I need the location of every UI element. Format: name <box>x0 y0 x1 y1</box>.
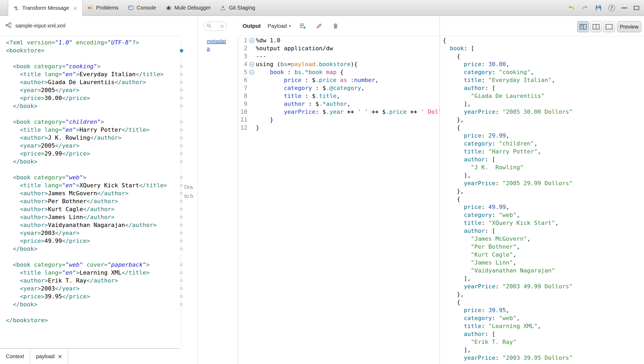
fold-collapse-icon[interactable]: − <box>247 37 256 44</box>
preview-line: author: [ <box>443 330 643 338</box>
mapping-anchor-dot[interactable] <box>180 279 183 282</box>
preview-output[interactable]: { book: [ { price: 30.00, category: "coo… <box>443 37 643 364</box>
mapping-anchor-dot[interactable] <box>180 200 183 203</box>
mapping-anchor-dot[interactable] <box>180 263 183 266</box>
xml-line: <author>James Linn</author> <box>6 213 178 221</box>
mapping-anchor-dot[interactable] <box>180 240 183 242</box>
mapping-anchor-dot[interactable] <box>180 129 183 131</box>
layout-single-button[interactable] <box>603 21 615 32</box>
fold-collapse-icon[interactable]: − <box>247 60 256 68</box>
mapping-anchor-dot[interactable] <box>180 176 183 179</box>
dw-line: 6 price : $.price as :number, <box>238 76 440 84</box>
xml-line: <title lang="en">Everyday Italian</title… <box>6 70 178 78</box>
add-output-button[interactable] <box>298 21 307 31</box>
tab-transform-message[interactable]: Transform Message × <box>8 0 83 16</box>
console-icon <box>128 5 134 11</box>
mapping-anchor-dot[interactable] <box>180 295 183 298</box>
mapping-anchor-dot[interactable] <box>180 184 183 187</box>
fold-collapse-icon[interactable]: − <box>247 68 256 76</box>
minimize-button[interactable] <box>621 7 627 8</box>
tab-label: Mule Debugger <box>175 5 211 11</box>
tab-problems[interactable]: Problems <box>83 0 123 16</box>
tab-close-icon[interactable]: × <box>58 353 62 360</box>
app-root: { "tab_bar": { "tabs": [ {"label": "Tran… <box>0 0 644 364</box>
xml-line: <price>29.99</price> <box>6 150 178 158</box>
preview-line: { <box>443 124 643 132</box>
help-button[interactable]: ? <box>608 4 615 11</box>
dw-line-text: } <box>256 124 259 132</box>
tab-close-icon[interactable]: × <box>73 5 78 11</box>
dataweave-editor[interactable]: 1−%dw 1.02%output application/dw3---4−us… <box>238 37 440 348</box>
payload-dropdown[interactable]: Payload ▾ <box>268 23 291 29</box>
maximize-button[interactable] <box>634 6 639 10</box>
mapping-anchor-dot[interactable] <box>180 303 183 306</box>
single-pane-icon <box>606 24 612 29</box>
layout-split-filled-button[interactable] <box>577 21 589 32</box>
dw-line: 4−using (bs=payload.bookstore){ <box>238 60 440 68</box>
mapping-anchor-dot[interactable] <box>180 73 183 76</box>
edit-transform-button[interactable] <box>314 21 324 31</box>
xml-line: <author>Vaidyanathan Nagarajan</author> <box>6 221 178 229</box>
mapping-anchor-dot[interactable] <box>180 287 183 290</box>
xml-line: <title lang="en">XQuery Kick Start</titl… <box>6 181 178 189</box>
mapping-anchor-dot[interactable] <box>180 121 183 123</box>
preview-line: author: [ <box>443 84 643 92</box>
preview-sash[interactable] <box>440 16 440 364</box>
tab-console[interactable]: Console <box>123 0 161 16</box>
preview-line: price: 49.99, <box>443 203 643 211</box>
mapping-anchor-dot[interactable] <box>180 144 183 147</box>
xml-line: <author>Kurt Cagle</author> <box>6 205 178 213</box>
xml-line: <title lang="en">Harry Potter</title> <box>6 126 178 134</box>
toolbar-divider <box>238 36 644 36</box>
mapping-anchor-dot[interactable] <box>180 248 183 250</box>
mapping-anchor-dot[interactable] <box>180 160 183 163</box>
mapping-anchor-dot[interactable] <box>180 136 183 139</box>
preview-line: ], <box>443 275 643 283</box>
mapping-anchor-dot[interactable] <box>180 216 183 219</box>
delete-transform-button[interactable] <box>331 21 340 31</box>
mapping-anchor-dot[interactable] <box>180 65 183 68</box>
search-box[interactable] <box>204 22 226 31</box>
mapping-anchor-dot[interactable] <box>180 192 183 195</box>
preview-line: ], <box>443 346 643 354</box>
tab-payload[interactable]: payload × <box>30 349 68 364</box>
mapping-anchor-dot[interactable] <box>180 224 183 226</box>
xml-line: <year>2005</year> <box>6 86 178 94</box>
mapping-anchor-dot[interactable] <box>180 89 183 92</box>
metadata-link[interactable]: metadata <box>207 38 227 52</box>
git-staging-icon <box>220 5 226 11</box>
xml-line: <bookstore> <box>6 47 178 54</box>
mapping-anchor-dot[interactable] <box>180 49 183 52</box>
dw-toolbar: Output Payload ▾ <box>238 16 440 36</box>
mapping-anchor-dot[interactable] <box>180 105 183 107</box>
save-button[interactable] <box>595 4 602 11</box>
mapping-anchor-dot[interactable] <box>180 208 183 211</box>
mapping-anchor-dot[interactable] <box>180 271 183 274</box>
xml-line: </book> <box>6 245 178 253</box>
preview-line: title: "Everyday Italian", <box>443 76 643 84</box>
preview-button[interactable]: Preview <box>617 21 641 32</box>
undo-button[interactable] <box>567 4 575 12</box>
preview-line: price: 39.95, <box>443 306 643 314</box>
fold-spacer <box>247 124 256 132</box>
preview-line: yearPrice: "2003 39.95 Dollors" <box>443 354 643 362</box>
preview-line: "Giada De Laurentiis" <box>443 92 643 100</box>
line-number: 8 <box>238 92 247 100</box>
preview-line: { <box>443 195 643 203</box>
xml-source-editor[interactable]: <?xml version="1.0" encoding="UTF-8"?><b… <box>6 39 178 324</box>
xml-line: <year>2003</year> <box>6 229 178 237</box>
xml-line: </bookstore> <box>6 316 178 324</box>
dw-line-text: category : $.@category, <box>256 84 365 92</box>
redo-button[interactable] <box>581 4 589 12</box>
mapping-anchor-dot[interactable] <box>180 81 183 84</box>
mapping-anchor-dot[interactable] <box>180 232 183 234</box>
mapping-anchor-dot[interactable] <box>180 152 183 155</box>
tab-git-staging[interactable]: Git Staging <box>215 0 260 16</box>
tab-context[interactable]: Context <box>0 349 30 364</box>
xml-line: <author>J K. Rowling</author> <box>6 134 178 142</box>
layout-split-button[interactable] <box>590 21 602 32</box>
tab-mule-debugger[interactable]: Mule Debugger <box>161 0 216 16</box>
xml-line <box>6 253 178 261</box>
dw-line: 11 } <box>238 116 440 124</box>
mapping-anchor-dot[interactable] <box>180 97 183 99</box>
